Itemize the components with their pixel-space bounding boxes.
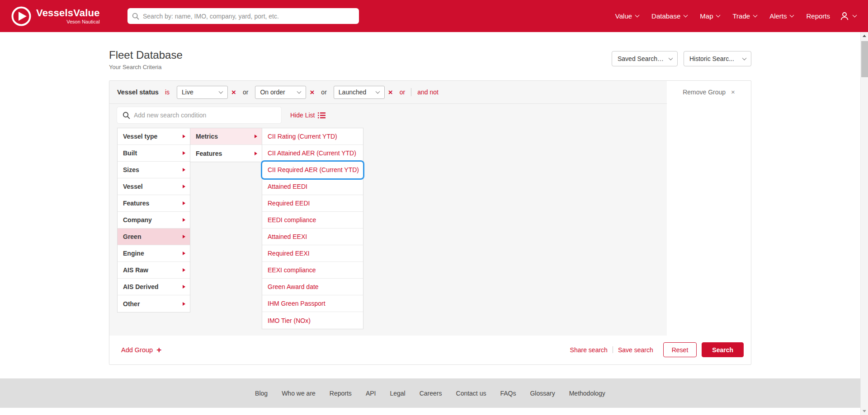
menu-field-item[interactable]: CII Required AER (Current YTD) <box>262 162 363 178</box>
nav-item[interactable]: Map <box>700 12 720 20</box>
chevron-down-icon <box>684 13 688 18</box>
search-button[interactable]: Search <box>702 342 744 357</box>
remove-group-button[interactable]: Remove Group × <box>683 89 735 96</box>
footer-link[interactable]: API <box>366 390 376 397</box>
menu-item-label: Green <box>123 233 141 240</box>
menu-field-item[interactable]: Required EEXI <box>262 245 363 262</box>
menu-category-item[interactable]: AIS Derived <box>118 279 190 295</box>
add-group-label: Add Group <box>121 346 153 354</box>
historic-searches-dropdown[interactable]: Historic Searc... <box>684 51 751 66</box>
footer-link[interactable]: Methodology <box>569 390 605 397</box>
vesselsvalue-logo-icon <box>11 6 32 27</box>
vessel-status-select[interactable]: On order <box>255 86 306 99</box>
menu-subcategory-item[interactable]: Features <box>190 145 262 162</box>
vessel-status-value: Live <box>182 89 193 96</box>
menu-category-item[interactable]: Engine <box>118 245 190 262</box>
share-search-link[interactable]: Share search <box>570 346 608 354</box>
nav-item[interactable]: Trade <box>732 12 757 20</box>
menu-item-label: Required EEDI <box>268 200 310 207</box>
menu-item-label: Other <box>123 300 140 308</box>
footer-link[interactable]: Legal <box>390 390 405 397</box>
chevron-down-icon <box>716 13 721 18</box>
footer-link[interactable]: Who we are <box>282 390 316 397</box>
nav-item[interactable]: Alerts <box>769 12 793 20</box>
menu-item-label: Metrics <box>196 133 218 140</box>
menu-field-item[interactable]: IHM Green Passport <box>262 295 363 312</box>
search-icon <box>132 13 139 20</box>
footer-link[interactable]: Blog <box>255 390 268 397</box>
menu-subcategory-item[interactable]: Metrics <box>190 128 262 145</box>
nav-item[interactable]: Value <box>615 12 639 20</box>
nav-item-label: Trade <box>732 12 750 20</box>
remove-value-icon[interactable]: × <box>310 89 314 96</box>
menu-category-item[interactable]: Other <box>118 295 190 312</box>
menu-field-item[interactable]: Green Award date <box>262 279 363 295</box>
close-icon: × <box>731 88 735 96</box>
menu-item-label: Attained EEXI <box>268 233 307 240</box>
add-or-condition-link[interactable]: or <box>400 89 405 96</box>
menu-field-item[interactable]: CII Rating (Current YTD) <box>262 128 363 145</box>
menu-field-item[interactable]: EEDI compliance <box>262 212 363 228</box>
global-search-input[interactable] <box>143 8 359 24</box>
hide-list-button[interactable]: Hide List <box>290 112 326 119</box>
footer-link[interactable]: Reports <box>330 390 352 397</box>
reset-button[interactable]: Reset <box>663 342 697 357</box>
condition-value: Launched × or <box>334 86 393 99</box>
group-side-panel: Remove Group × <box>667 81 751 336</box>
nav-item[interactable]: Database <box>651 12 687 20</box>
scroll-up-icon[interactable] <box>861 32 868 40</box>
chevron-down-icon <box>753 13 758 18</box>
divider <box>411 88 411 96</box>
menu-item-label: Vessel <box>123 183 143 190</box>
menu-field-item[interactable]: Attained EEXI <box>262 228 363 245</box>
main-content: Fleet Database Your Search Criteria Save… <box>109 32 751 365</box>
remove-value-icon[interactable]: × <box>231 89 236 96</box>
condition-row: Vessel status is Live × or <box>109 81 667 104</box>
chevron-down-icon <box>375 89 380 94</box>
nav-item[interactable]: Reports <box>806 12 830 20</box>
remove-value-icon[interactable]: × <box>388 89 393 96</box>
condition-field-label: Vessel status <box>117 89 159 96</box>
condition-operator[interactable]: is <box>165 89 170 96</box>
menu-item-label: AIS Derived <box>123 283 159 290</box>
menu-field-item[interactable]: IMO Tier (NOx) <box>262 312 363 329</box>
menu-category-item[interactable]: Built <box>118 145 190 162</box>
menu-field-item[interactable]: Required EEDI <box>262 195 363 212</box>
footer-link[interactable]: Careers <box>420 390 442 397</box>
vessel-status-select[interactable]: Live <box>177 86 228 99</box>
footer-link[interactable]: FAQs <box>500 390 516 397</box>
submenu-arrow-icon <box>183 185 185 188</box>
hide-list-label: Hide List <box>290 112 315 119</box>
submenu-arrow-icon <box>183 151 185 155</box>
scrollbar[interactable] <box>860 32 868 415</box>
menu-field-item[interactable]: CII Attained AER (Current YTD) <box>262 145 363 162</box>
scrollbar-thumb[interactable] <box>861 41 868 77</box>
brand-logo[interactable]: VesselsValue Veson Nautical <box>11 0 100 32</box>
menu-category-item[interactable]: AIS Raw <box>118 262 190 279</box>
add-and-not-condition-link[interactable]: and not <box>417 89 439 96</box>
menu-category-item[interactable]: Vessel type <box>118 128 190 145</box>
footer-link[interactable]: Contact us <box>456 390 486 397</box>
scroll-down-icon[interactable] <box>861 407 868 415</box>
menu-field-item[interactable]: EEXI compliance <box>262 262 363 279</box>
menu-category-item[interactable]: Company <box>118 212 190 228</box>
menu-category-item[interactable]: Green <box>118 228 190 245</box>
menu-category-item[interactable]: Vessel <box>118 178 190 195</box>
menu-category-item[interactable]: Sizes <box>118 162 190 178</box>
saved-searches-dropdown[interactable]: Saved Searches <box>612 51 678 66</box>
menu-item-label: CII Rating (Current YTD) <box>268 133 337 140</box>
save-search-link[interactable]: Save search <box>618 346 653 354</box>
add-condition-input[interactable] <box>134 107 281 123</box>
vessel-status-select[interactable]: Launched <box>334 86 385 99</box>
user-menu[interactable] <box>840 0 856 32</box>
global-search <box>127 8 359 24</box>
menu-field-item[interactable]: Attained EEDI <box>262 178 363 195</box>
or-separator: or <box>321 89 326 96</box>
menu-column-fields: CII Rating (Current YTD) CII Attained AE… <box>262 128 363 329</box>
menu-item-label: CII Required AER (Current YTD) <box>268 166 359 173</box>
footer-link[interactable]: Glossary <box>530 390 555 397</box>
menu-item-label: EEXI compliance <box>268 266 316 274</box>
add-group-button[interactable]: Add Group + <box>121 345 161 354</box>
saved-searches-label: Saved Searches <box>618 55 664 62</box>
menu-category-item[interactable]: Features <box>118 195 190 212</box>
